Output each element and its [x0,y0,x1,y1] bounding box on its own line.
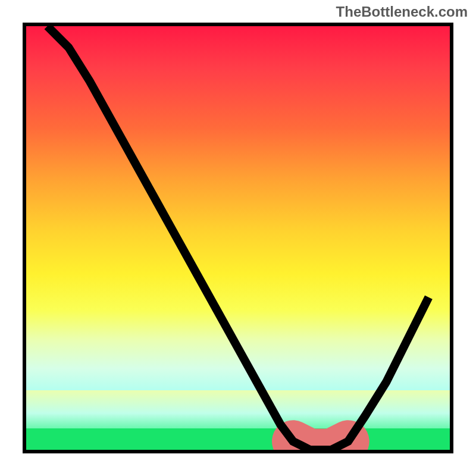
curve-path [48,26,429,450]
plot-frame [23,23,453,453]
watermark-text: TheBottleneck.com [336,4,468,20]
plot-area [26,26,450,450]
chart-container: TheBottleneck.com [0,0,476,476]
curve-layer [26,26,450,450]
